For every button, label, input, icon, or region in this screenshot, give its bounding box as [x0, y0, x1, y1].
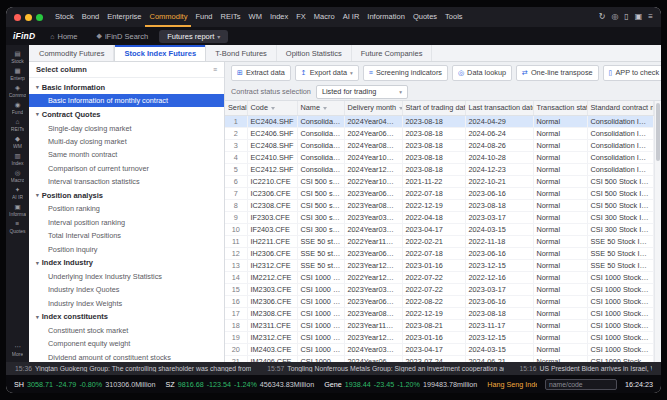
button-one-line-transpose[interactable]: ⇄One-line transpose: [516, 65, 599, 81]
button-app-to-check-data[interactable]: ▯APP to check data: [603, 65, 661, 81]
menu-macro[interactable]: Macro: [310, 7, 339, 27]
tree-item-total-interval-positions[interactable]: Total Interval Positions: [29, 229, 224, 242]
rail-item-index[interactable]: ▥Index: [6, 150, 29, 167]
button-export-data[interactable]: ↥Export data▾: [295, 65, 359, 81]
table-row[interactable]: 12IH2306.CFESSE 50 stock...2023Year06Mon…: [225, 247, 654, 259]
user-icon[interactable]: ◎: [611, 7, 618, 27]
rail-item-ai-ir[interactable]: ✦AI IR: [6, 184, 29, 201]
tab-ifind-search[interactable]: ◆iFinD Search: [89, 30, 157, 43]
rail-item-informa[interactable]: ▣Informa: [6, 201, 29, 218]
index-gene[interactable]: Gene1938.44-23.45-1.20%199483.78million: [324, 380, 477, 389]
tree-section-basic-information[interactable]: ▾Basic Information: [29, 80, 224, 94]
menu-icon[interactable]: ≡: [648, 7, 653, 27]
table-row[interactable]: 18IM2311.CFECSI 1000 sto...2023Year11Mon…: [225, 319, 654, 331]
table-row[interactable]: 11IH2211.CFESSE 50 stock...2022Year11Mon…: [225, 235, 654, 247]
tree-item-position-ranking[interactable]: Position ranking: [29, 202, 224, 215]
column-header-standard-contract-n[interactable]: Standard contract n...: [587, 101, 654, 115]
menu-reits[interactable]: REITs: [217, 7, 245, 27]
tree-item-position-inquiry[interactable]: Position inquiry: [29, 242, 224, 255]
rail-item-commo[interactable]: ◈Commo: [6, 82, 29, 99]
index-hang-seng[interactable]: Hang Seng Index17732.520-0.23%: [487, 380, 537, 389]
table-row[interactable]: 6IC2210.CFECSI 500 stoc...2022Year10Mont…: [225, 175, 654, 187]
tree-item-single-day-closing-market[interactable]: Single-day closing market: [29, 121, 224, 134]
button-data-lookup[interactable]: ◎Data lookup: [452, 65, 512, 81]
tree-item-component-equity-weight[interactable]: Component equity weight: [29, 337, 224, 350]
close-window-button[interactable]: [14, 14, 21, 21]
table-row[interactable]: 21IM2406.CFECSI 1000 sto...2024Year06Mon…: [225, 355, 654, 362]
button-extract-data[interactable]: ⊞Extract data: [231, 65, 291, 81]
table-row[interactable]: 4EC2410.SHFConsolidation...2024Year10Mon…: [225, 151, 654, 163]
tab-opition-statistics[interactable]: Opition Statistics: [277, 45, 352, 61]
menu-information[interactable]: Information: [363, 7, 409, 27]
table-scrollbar[interactable]: [654, 101, 661, 362]
menu-enterprise[interactable]: Enterprise: [103, 7, 145, 27]
table-row[interactable]: 7IC2306.CFECSI 500 stoc...2023Year06Mont…: [225, 187, 654, 199]
menu-index[interactable]: Index: [266, 7, 292, 27]
news-item[interactable]: 15:16US President Biden arrives in Israe…: [520, 365, 652, 372]
capture-icon[interactable]: ▣: [635, 7, 643, 27]
table-row[interactable]: 1EC2404.SHFConsolidation...2024Year04Mon…: [225, 115, 654, 127]
tree-section-index-constituents[interactable]: ▾Index constituents: [29, 310, 224, 324]
rail-item-enterp[interactable]: ▦Enterp: [6, 65, 29, 82]
table-row[interactable]: 3EC2408.SHFConsolidation...2024Year08Mon…: [225, 139, 654, 151]
table-row[interactable]: 9IF2303.CFECSI 300 stoc...2023Year03Mont…: [225, 211, 654, 223]
tree-item-same-month-contract[interactable]: Same month contract: [29, 148, 224, 161]
tree-item-comparison-of-current-turnover[interactable]: Comparison of current turnover: [29, 162, 224, 175]
quote-search-input[interactable]: [545, 379, 617, 390]
table-row[interactable]: 16IM2306.CFECSI 1000 sto...2023Year06Mon…: [225, 295, 654, 307]
table-row[interactable]: 15IM2303.CFECSI 1000 sto...2023Year03Mon…: [225, 283, 654, 295]
column-header-last-transaction-date[interactable]: Last transaction date: [465, 101, 533, 115]
news-item[interactable]: 15:57Tongling Nonferrous Metals Group: S…: [267, 365, 503, 372]
minimize-window-button[interactable]: [25, 14, 32, 21]
tab-stock-index-futures[interactable]: Stock Index Futures: [114, 45, 206, 61]
tab-t-bond-futures[interactable]: T-Bond Futures: [206, 45, 277, 61]
tree-item-interval-transaction-statistics[interactable]: Interval transaction statistics: [29, 175, 224, 188]
tree-item-interval-position-ranking[interactable]: Interval position ranking: [29, 216, 224, 229]
table-row[interactable]: 8IC2308.CFECSI 500 stoc...2023Year08Mont…: [225, 199, 654, 211]
menu-ai-ir[interactable]: AI IR: [339, 7, 364, 27]
filter-icon[interactable]: [271, 107, 275, 110]
mobile-icon[interactable]: ▯: [624, 7, 628, 27]
column-header-code[interactable]: Code: [247, 101, 297, 115]
column-header-delivery-month[interactable]: Delivery month: [344, 101, 402, 115]
refresh-icon[interactable]: ↻: [599, 7, 606, 27]
tree-section-position-analysis[interactable]: ▾Position analysis: [29, 188, 224, 202]
maximize-window-button[interactable]: [36, 14, 43, 21]
table-row[interactable]: 13IH2312.CFESSE 50 stock...2023Year12Mon…: [225, 259, 654, 271]
rail-item-more[interactable]: ⋯More: [6, 341, 29, 358]
rail-item-stock[interactable]: ▤Stock: [6, 48, 29, 65]
table-row[interactable]: 17IM2308.CFECSI 1000 sto...2023Year08Mon…: [225, 307, 654, 319]
tab-future-companies[interactable]: Future Companies: [352, 45, 433, 61]
tab-commodity-futures[interactable]: Commodity Futures: [30, 45, 114, 61]
button-screening-indicators[interactable]: ≡Screening indicators: [363, 65, 448, 81]
index-sh[interactable]: SH3058.71-24.79-0.80%310306.0Million: [14, 380, 156, 389]
news-item[interactable]: 15:36Yingtan Guokeng Group: The controll…: [15, 365, 251, 372]
tree-item-industry-index-quotes[interactable]: Industry Index Quotes: [29, 283, 224, 296]
tree-item-multi-day-closing-market[interactable]: Multi-day closing market: [29, 135, 224, 148]
tree-item-basic-information-of-monthly-contract[interactable]: Basic Information of monthly contract: [29, 94, 224, 107]
filter-icon[interactable]: [323, 107, 327, 110]
menu-bond[interactable]: Bond: [78, 7, 104, 27]
scrollbar-thumb[interactable]: [656, 103, 660, 161]
rail-item-macro[interactable]: ◎Macro: [6, 167, 29, 184]
rail-item-wm[interactable]: ◆WM: [6, 133, 29, 150]
menu-wm[interactable]: WM: [245, 7, 266, 27]
column-header-serial[interactable]: Serial...: [225, 101, 247, 115]
tree-item-underlying-index-industry-statistics[interactable]: Underlying Index Industry Statistics: [29, 270, 224, 283]
tree-section-contract-quotes[interactable]: ▾Contract Quotes: [29, 107, 224, 121]
table-row[interactable]: 5EC2412.SHFConsolidation...2024Year12Mon…: [225, 163, 654, 175]
table-row[interactable]: 14IM2212.CFECSI 1000 sto...2022Year12Mon…: [225, 271, 654, 283]
menu-stock[interactable]: Stock: [51, 7, 78, 27]
tree-item-constituent-stock-market[interactable]: Constituent stock market: [29, 324, 224, 337]
table-row[interactable]: 19IM2312.CFECSI 1000 sto...2023Year12Mon…: [225, 331, 654, 343]
menu-commodity[interactable]: Commodity: [145, 7, 191, 27]
contract-status-select[interactable]: Listed for trading ▾: [316, 85, 408, 99]
rail-item-fund[interactable]: ◉Fund: [6, 99, 29, 116]
column-header-transaction-status[interactable]: Transaction status: [533, 101, 587, 115]
menu-fx[interactable]: FX: [292, 7, 310, 27]
rail-item-quotes[interactable]: ≡Quotes: [6, 218, 29, 235]
tree-item-industry-index-weights[interactable]: Industry Index Weights: [29, 297, 224, 310]
column-header-name[interactable]: Name: [297, 101, 344, 115]
tree-item-dividend-amount-of-constituent-stocks[interactable]: Dividend amount of constituent stocks: [29, 351, 224, 362]
table-row[interactable]: 2EC2406.SHFConsolidation...2024Year06Mon…: [225, 127, 654, 139]
